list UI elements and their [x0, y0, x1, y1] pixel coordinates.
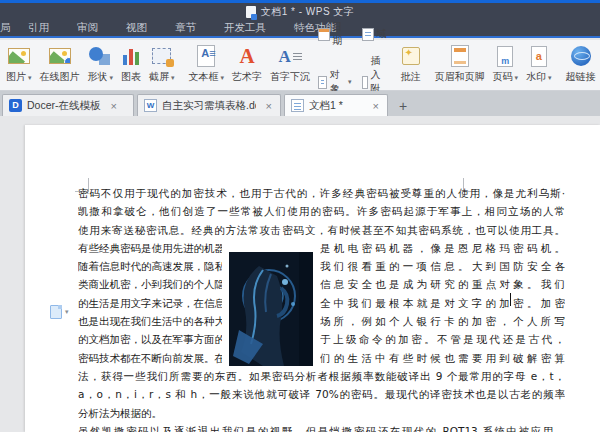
button-label: 批注 [401, 71, 421, 82]
wps-document-icon [246, 6, 256, 18]
document-workspace: ▾ 密码不仅用于现代的加密技术，也用于古代的，许多经典密码被受尊重的人使用，像是… [0, 116, 600, 432]
button-label: 水印 [526, 71, 546, 82]
doc-line: 场所，例如个人银行卡的加密，个人所写 [320, 312, 565, 330]
watermark-icon [531, 46, 547, 67]
doc-line: 凯撒和拿破仑，他们创造了一些常被人们使用的密码。许多密码起源于军事上，相同立场的… [78, 202, 565, 220]
calendar-icon [318, 28, 330, 41]
tab-label: 文档1 * [309, 99, 363, 113]
text-wrap-section: 有些经典密码是使用先进的机器或 随着信息时代的高速发展，隐私是 类商业机密，小到… [78, 239, 565, 367]
ribbon-button-date[interactable]: 日期 [316, 19, 354, 49]
menu-tab-dev-tools[interactable]: 开发工具 [210, 21, 280, 35]
chevron-down-icon: ▾ [28, 74, 32, 81]
doc-line: 分析法为根据的。 [78, 404, 565, 422]
doc-line: 法，获得一些我们所需要的东西。如果密码分析者根据频率数能破译出 9 个最常用的字… [78, 367, 565, 385]
button-label: 页眉和页脚 [435, 71, 485, 82]
chevron-down-icon: ▾ [515, 74, 519, 81]
doc-line: 随着信息时代的高速发展，隐私是 [78, 257, 222, 275]
button-label: 图片 [6, 71, 26, 82]
button-label: 文本框 [189, 71, 219, 82]
button-label: 日期 [333, 20, 352, 48]
ribbon-button-chart[interactable]: 图表 [117, 40, 145, 90]
ribbon-button-online-picture[interactable]: 在线图片 [36, 40, 84, 90]
chevron-down-icon: ▾ [65, 308, 69, 316]
button-label: 超链接 [566, 71, 596, 82]
doc-line: 使用来寄送秘密讯息。经典的方法常攻击密码文，有时候甚至不知其密码系统，也可以使用… [78, 221, 565, 239]
button-label: 在线图片 [40, 71, 80, 82]
doc-line: 类商业机密，小到我们的个人隐私。 [78, 275, 222, 293]
menu-tab-references[interactable]: 引用 [14, 21, 63, 35]
ribbon-small-button-stack: 日期 域 对象▾ 插入附件 [314, 40, 391, 90]
ribbon-button-field[interactable]: 域 [360, 19, 389, 49]
textbox-icon: A≡ [197, 45, 215, 67]
margin-tool-icon[interactable]: ▾ [50, 305, 69, 319]
menu-tab-partial[interactable]: 局 [0, 21, 14, 35]
doc-line: 全中我们最根本就是对文字的加密。加密 [320, 294, 565, 312]
button-label: 页码 [493, 71, 513, 82]
ribbon: 图片▾ 在线图片 形状▾ 图表 截屏▾ A≡ 文本框▾ [0, 40, 600, 91]
ribbon-button-dropcap[interactable]: A 首字下沉 [266, 40, 314, 90]
window-title: 文档1 * - WPS 文字 [261, 5, 355, 19]
doc-line: 我们很看重的一项信息。大到国防安全各 [320, 257, 565, 275]
chart-icon [123, 47, 139, 65]
menu-tab-section[interactable]: 章节 [161, 21, 210, 35]
close-icon[interactable]: × [109, 100, 119, 112]
new-tab-button[interactable]: + [391, 98, 415, 116]
document-tabbar: D Docer-在线模板 × W 自主实习需填表格.docx × 文档1 * ×… [0, 91, 600, 116]
doc-line: 们的生活中有些时候也需要用到破解密算 [320, 349, 565, 367]
ribbon-button-textbox[interactable]: A≡ 文本框▾ [185, 40, 229, 90]
menubar: 局 引用 审阅 视图 章节 开发工具 特色功能 [0, 20, 600, 38]
ribbon-button-comment[interactable]: 批注 [397, 40, 425, 90]
titlebar: 文档1 * - WPS 文字 [0, 3, 600, 20]
ribbon-button-page-number[interactable]: 页码▾ [489, 40, 523, 90]
attachment-icon [362, 76, 368, 89]
close-icon[interactable]: × [264, 100, 274, 112]
menu-tab-view[interactable]: 视图 [112, 21, 161, 35]
tab-docer-templates[interactable]: D Docer-在线模板 × [2, 94, 134, 116]
screenshot-icon [152, 48, 171, 64]
tab-document-1[interactable]: 文档1 * × [284, 94, 388, 116]
ribbon-button-wordart[interactable]: A 艺术字 [228, 40, 266, 90]
close-icon[interactable]: × [371, 100, 381, 112]
doc-line: 密码不仅用于现代的加密技术，也用于古代的，许多经典密码被受尊重的人使用，像是尤利… [78, 184, 565, 202]
ribbon-group-links: 超链接 [560, 40, 600, 90]
online-picture-icon [49, 48, 71, 64]
text-caret [510, 293, 511, 306]
doc-line: 于上级命令的加密。不管是现代还是古代， [320, 330, 565, 348]
document-text[interactable]: 密码不仅用于现代的加密技术，也用于古代的，许多经典密码被受尊重的人使用，像是尤利… [78, 184, 565, 432]
comment-icon [402, 47, 420, 65]
doc-line: 的文档加密，以及在军事方面的对 [78, 330, 222, 348]
button-label: 截屏 [149, 71, 169, 82]
field-icon [362, 28, 374, 41]
ribbon-group-comment: 批注 [395, 40, 427, 90]
doc-line: 的生活是用文字来记录，在信息安 [78, 294, 222, 312]
ribbon-button-picture[interactable]: 图片▾ [2, 40, 36, 90]
chevron-down-icon: ▾ [171, 74, 175, 81]
hyperlink-globe-icon [571, 46, 591, 66]
picture-icon [8, 48, 30, 64]
chevron-down-icon: ▾ [221, 74, 225, 81]
docer-icon: D [9, 99, 22, 112]
ribbon-button-watermark[interactable]: 水印▾ [522, 40, 556, 90]
doc-icon [291, 99, 304, 112]
ribbon-button-hyperlink[interactable]: 超链接 [562, 40, 600, 90]
tab-document-internship-form[interactable]: W 自主实习需填表格.docx × [137, 94, 281, 116]
word-doc-icon: W [144, 99, 157, 112]
header-footer-icon [451, 45, 469, 67]
doc-line: 是机电密码机器，像是恩尼格玛密码机。 [320, 239, 565, 257]
wps-writer-window: 文档1 * - WPS 文字 局 引用 审阅 视图 章节 开发工具 特色功能 图… [0, 0, 600, 432]
shapes-icon [89, 47, 111, 65]
page-number-icon [497, 46, 513, 67]
doc-line: 密码技术都在不断向前发展。在我 [78, 349, 222, 367]
tab-label: Docer-在线模板 [27, 99, 101, 113]
dropcap-icon: A [278, 48, 301, 65]
doc-line: 信息安全也是成为研究的重点对象。我们 [320, 275, 565, 293]
chevron-down-icon: ▾ [110, 74, 114, 81]
menu-tab-review[interactable]: 审阅 [63, 21, 112, 35]
ribbon-button-header-footer[interactable]: 页眉和页脚 [431, 40, 489, 90]
doc-line: 虽然凯撒密码以及逐渐退出我们是的视野，但是恺撒密码还在现代的 ROT13 系统中… [78, 422, 565, 432]
document-embedded-image[interactable] [229, 252, 313, 366]
doc-line: 也是出现在我们生活中的各种大小 [78, 312, 222, 330]
button-label: 形状 [88, 71, 108, 82]
ribbon-button-shapes[interactable]: 形状▾ [84, 40, 118, 90]
ribbon-button-screenshot[interactable]: 截屏▾ [145, 40, 179, 90]
